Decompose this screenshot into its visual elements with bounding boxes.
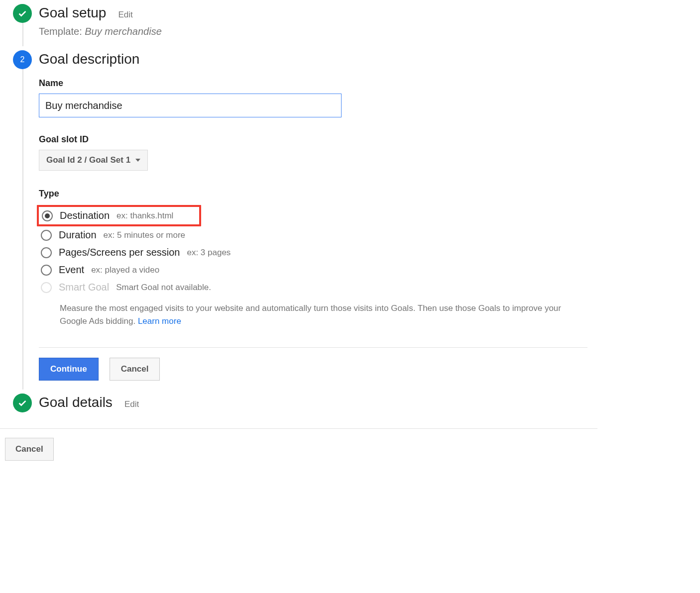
- radio-icon[interactable]: [41, 230, 52, 241]
- radio-icon: [41, 282, 52, 293]
- step-badge-complete-icon: [13, 4, 32, 23]
- radio-hint: ex: 3 pages: [187, 248, 231, 258]
- type-option-destination[interactable]: Destination ex: thanks.html: [37, 205, 201, 226]
- goal-slot-value: Goal Id 2 / Goal Set 1: [46, 155, 130, 165]
- caret-down-icon: [135, 159, 140, 162]
- radio-label: Smart Goal: [59, 282, 109, 293]
- radio-label: Duration: [59, 229, 97, 241]
- radio-icon[interactable]: [42, 210, 53, 221]
- goal-wizard: Goal setup Edit Template: Buy merchandis…: [0, 0, 597, 412]
- name-label: Name: [39, 78, 587, 89]
- smart-goal-description: Measure the most engaged visits to your …: [60, 302, 583, 327]
- step-badge-complete-icon: [13, 394, 32, 412]
- step-number: 2: [20, 55, 25, 64]
- smart-desc-text: Measure the most engaged visits to your …: [60, 303, 561, 326]
- cancel-wizard-button[interactable]: Cancel: [5, 438, 54, 461]
- template-row: Template: Buy merchandise: [39, 26, 587, 37]
- type-option-smart: Smart Goal Smart Goal not available.: [39, 279, 587, 296]
- radio-label: Destination: [60, 210, 110, 221]
- learn-more-link[interactable]: Learn more: [138, 316, 181, 326]
- checkmark-icon: [17, 8, 28, 19]
- step-description-title: Goal description: [39, 51, 139, 67]
- radio-label: Pages/Screens per session: [59, 247, 180, 258]
- type-option-duration[interactable]: Duration ex: 5 minutes or more: [39, 226, 587, 244]
- connector-line: [22, 69, 23, 390]
- step-goal-setup: Goal setup Edit Template: Buy merchandis…: [13, 4, 597, 37]
- radio-label: Event: [59, 264, 84, 276]
- radio-icon[interactable]: [41, 247, 52, 258]
- template-prefix: Template:: [39, 26, 85, 37]
- edit-details-link[interactable]: Edit: [124, 399, 139, 409]
- footer-divider: [0, 428, 597, 429]
- step-action-row: Continue Cancel: [39, 358, 587, 381]
- step-details-title: Goal details: [39, 395, 113, 410]
- slot-label: Goal slot ID: [39, 134, 587, 145]
- template-name: Buy merchandise: [85, 26, 162, 37]
- type-label: Type: [39, 189, 587, 199]
- radio-hint: ex: thanks.html: [117, 211, 173, 221]
- type-option-event[interactable]: Event ex: played a video: [39, 261, 587, 279]
- type-radio-group: Destination ex: thanks.html Duration ex:…: [39, 205, 587, 327]
- goal-slot-dropdown[interactable]: Goal Id 2 / Goal Set 1: [39, 150, 148, 171]
- radio-hint: ex: 5 minutes or more: [104, 230, 185, 240]
- radio-hint: ex: played a video: [91, 265, 159, 275]
- connector-line: [22, 23, 23, 46]
- radio-icon[interactable]: [41, 265, 52, 276]
- continue-button[interactable]: Continue: [39, 358, 99, 381]
- goal-name-input[interactable]: [39, 94, 342, 117]
- step-setup-title: Goal setup: [39, 5, 106, 21]
- step-badge-number-icon: 2: [13, 50, 32, 69]
- type-option-pages[interactable]: Pages/Screens per session ex: 3 pages: [39, 244, 587, 261]
- step-goal-details: Goal details Edit: [13, 394, 597, 412]
- edit-setup-link[interactable]: Edit: [118, 10, 132, 20]
- section-divider: [39, 347, 587, 348]
- step-goal-description: 2 Goal description Name Goal slot ID Goa…: [13, 50, 597, 381]
- cancel-step-button[interactable]: Cancel: [110, 358, 160, 381]
- radio-hint: Smart Goal not available.: [116, 283, 211, 293]
- checkmark-icon: [17, 397, 28, 408]
